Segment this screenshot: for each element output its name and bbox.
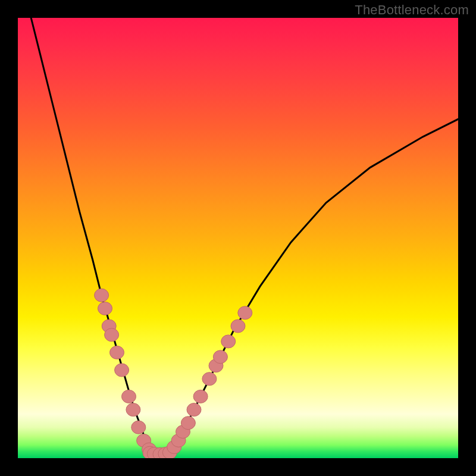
markers-left [95, 289, 156, 456]
data-marker [213, 350, 227, 364]
plot-area [18, 18, 458, 458]
data-marker [187, 403, 201, 416]
watermark-text: TheBottleneck.com [355, 2, 469, 18]
markers-right [167, 306, 252, 454]
data-marker [126, 403, 140, 416]
curve-layer [18, 18, 458, 458]
data-marker [181, 416, 195, 430]
data-marker [231, 320, 245, 333]
data-marker [98, 302, 112, 315]
data-marker [238, 306, 252, 320]
data-marker [95, 289, 109, 302]
bottleneck-curve [31, 18, 458, 454]
data-marker [105, 328, 119, 342]
data-marker [131, 421, 146, 434]
data-marker [221, 335, 236, 348]
chart-frame: TheBottleneck.com [0, 0, 476, 476]
data-marker [115, 364, 129, 377]
data-marker [202, 372, 217, 386]
data-marker [193, 390, 208, 403]
data-marker [122, 390, 136, 403]
data-marker [110, 346, 124, 359]
